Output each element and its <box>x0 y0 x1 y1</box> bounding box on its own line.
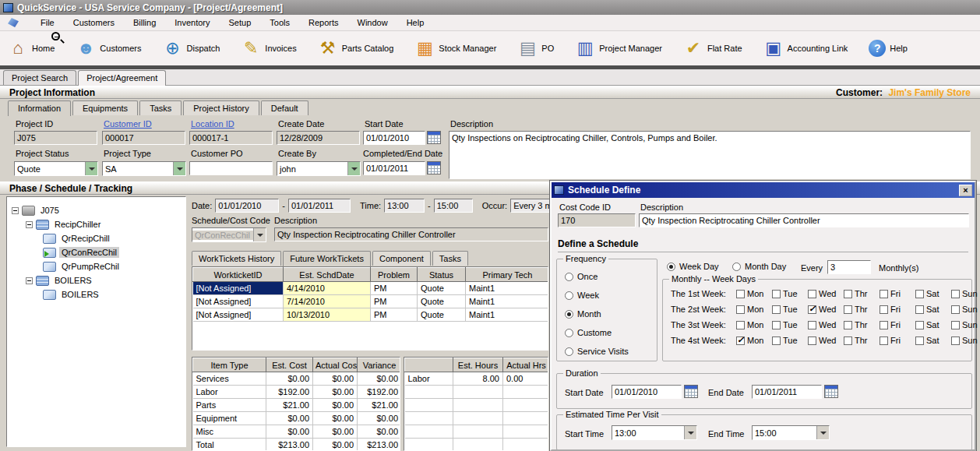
checkbox-week4-fri[interactable]: Fri <box>880 336 915 345</box>
toolbar-invoices-button[interactable]: ✎Invoices <box>241 39 296 58</box>
customer-name[interactable]: Jim's Family Store <box>888 87 971 98</box>
checkbox-week4-sat[interactable]: Sat <box>915 336 951 345</box>
menu-reports[interactable]: Reports <box>308 18 339 27</box>
completed-end-date-calendar-icon[interactable] <box>427 161 441 174</box>
project-description-field[interactable]: Qty Inspections on Reciptrocating Chille… <box>449 131 971 179</box>
tab-default[interactable]: Default <box>261 100 308 115</box>
toolbar-home-button[interactable]: ⌂Home <box>8 39 55 58</box>
checkbox-week4-wed[interactable]: Wed <box>808 336 844 345</box>
collapse-expander-icon[interactable] <box>26 277 33 284</box>
radio-service-visits[interactable]: Service Visits <box>565 347 629 356</box>
end-time-select[interactable]: 15:00 <box>752 425 830 440</box>
close-icon[interactable]: × <box>959 185 972 196</box>
tree-item-qrpumprechil[interactable]: QrPumpReChil <box>12 259 184 273</box>
checkbox-week3-thr[interactable]: Thr <box>844 320 880 329</box>
project-status-select[interactable]: Quote <box>14 161 98 176</box>
location-id-link[interactable]: Location ID <box>191 119 234 129</box>
toolbar-help-button[interactable]: ?Help <box>869 40 908 57</box>
toolbar-po-button[interactable]: ▤PO <box>517 39 554 58</box>
radio-month-day[interactable]: Month Day <box>732 262 786 271</box>
start-date-calendar-icon[interactable] <box>427 131 441 144</box>
tab-project-agreement[interactable]: Project/Agreement <box>78 70 166 86</box>
collapse-expander-icon[interactable] <box>12 207 19 214</box>
table-row[interactable]: Parts$21.00$0.00$21.00 <box>193 399 401 412</box>
tab-project-history[interactable]: Project History <box>183 100 259 115</box>
dialog-description-field[interactable]: Qty Inspection Reciptrocating Chiller Co… <box>639 213 969 227</box>
start-time-select[interactable]: 13:00 <box>612 425 697 440</box>
toolbar-accounting-link-button[interactable]: ▣Accounting Link <box>763 39 848 58</box>
tree-item-qrrecipchill[interactable]: QrRecipChill <box>12 231 184 245</box>
checkbox-week1-sun[interactable]: Sun <box>951 289 980 298</box>
project-type-select[interactable]: SA <box>102 161 186 176</box>
table-row[interactable]: Misc$0.00$0.00$0.00 <box>193 425 401 439</box>
radio-week[interactable]: Week <box>565 291 599 300</box>
checkbox-week2-mon[interactable]: Mon <box>736 305 772 314</box>
toolbar-project-manager-button[interactable]: ▥Project Manager <box>575 39 662 58</box>
radio-week-day[interactable]: Week Day <box>667 262 719 271</box>
checkbox-week1-thr[interactable]: Thr <box>844 289 880 298</box>
menu-setup[interactable]: Setup <box>229 18 252 27</box>
checkbox-week3-tue[interactable]: Tue <box>772 320 808 329</box>
checkbox-week2-thr[interactable]: Thr <box>844 305 880 314</box>
tree-item-root[interactable]: J075 <box>12 203 184 217</box>
menu-customers[interactable]: Customers <box>73 18 115 27</box>
checkbox-week2-sun[interactable]: Sun <box>951 305 980 314</box>
tab-information[interactable]: Information <box>8 100 71 116</box>
duration-start-calendar-icon[interactable] <box>684 385 698 398</box>
table-row[interactable]: Labor$192.00$0.00$192.00 <box>193 386 401 399</box>
table-row[interactable]: Total$213.00$0.00$213.00 <box>193 439 401 451</box>
checkbox-week1-mon[interactable]: Mon <box>736 289 772 298</box>
toolbar-dispatch-button[interactable]: ⊕Dispatch <box>163 39 220 58</box>
duration-end-date-field[interactable]: 01/01/2011 <box>752 385 822 399</box>
menu-tools[interactable]: Tools <box>270 18 290 27</box>
tab-tasks[interactable]: Tasks <box>432 251 468 266</box>
radio-once[interactable]: Once <box>565 272 598 281</box>
duration-end-calendar-icon[interactable] <box>824 385 838 398</box>
checkbox-week4-mon[interactable]: Mon <box>736 336 772 345</box>
checkbox-week4-sun[interactable]: Sun <box>951 336 980 345</box>
every-months-field[interactable]: 3 <box>827 260 871 274</box>
toolbar-parts-catalog-button[interactable]: ⚒Parts Catalog <box>318 39 394 58</box>
checkbox-week2-fri[interactable]: Fri <box>880 305 915 314</box>
tab-tasks[interactable]: Tasks <box>139 100 182 115</box>
customer-id-link[interactable]: Customer ID <box>104 119 152 129</box>
checkbox-week3-sat[interactable]: Sat <box>915 320 951 329</box>
table-row[interactable]: [Not Assigned] 10/13/2010 PM Quote Maint… <box>193 308 549 322</box>
table-row[interactable]: Equipment$0.00$0.00$0.00 <box>193 412 401 425</box>
checkbox-week4-thr[interactable]: Thr <box>844 336 880 345</box>
radio-month[interactable]: Month <box>565 309 601 319</box>
table-row[interactable]: Labor 8.00 0.00 <box>405 372 549 386</box>
start-date-field[interactable]: 01/01/2010 <box>363 131 425 145</box>
checkbox-week3-fri[interactable]: Fri <box>880 320 915 329</box>
tab-worktickets-history[interactable]: WorkTickets History <box>192 251 281 266</box>
checkbox-week1-wed[interactable]: Wed <box>808 289 844 298</box>
schedule-cost-code-select[interactable]: QrConRecChil <box>192 227 266 242</box>
table-row[interactable]: [Not Assigned] 4/14/2010 PM Quote Maint1 <box>193 282 549 295</box>
checkbox-week1-sat[interactable]: Sat <box>915 289 951 298</box>
checkbox-week3-mon[interactable]: Mon <box>736 320 772 329</box>
checkbox-week3-sun[interactable]: Sun <box>951 320 980 329</box>
tree-item-recipchiller[interactable]: RecipChiller <box>12 217 184 231</box>
checkbox-week2-sat[interactable]: Sat <box>915 305 951 314</box>
tree-item-boilers-group[interactable]: BOILERS <box>12 273 184 287</box>
checkbox-week2-tue[interactable]: Tue <box>772 305 808 314</box>
table-row[interactable]: [Not Assigned] 7/14/2010 PM Quote Maint1 <box>193 295 549 308</box>
duration-start-date-field[interactable]: 01/01/2010 <box>612 385 682 399</box>
menu-inventory[interactable]: Inventory <box>174 18 210 27</box>
customer-po-field[interactable] <box>189 161 273 175</box>
checkbox-week1-fri[interactable]: Fri <box>880 289 915 298</box>
tab-equipments[interactable]: Equipments <box>72 100 138 115</box>
toolbar-customers-button[interactable]: ☻Customers <box>76 39 141 58</box>
create-by-select[interactable]: john <box>277 161 361 176</box>
checkbox-week4-tue[interactable]: Tue <box>772 336 808 345</box>
collapse-expander-icon[interactable] <box>26 221 33 228</box>
tab-component[interactable]: Component <box>372 251 431 266</box>
menu-file[interactable]: File <box>41 18 55 27</box>
menu-billing[interactable]: Billing <box>133 18 156 27</box>
radio-custome[interactable]: Custome <box>565 328 612 337</box>
menu-window[interactable]: Window <box>358 18 388 27</box>
checkbox-week3-wed[interactable]: Wed <box>808 320 844 329</box>
tab-project-search[interactable]: Project Search <box>3 70 76 85</box>
table-row[interactable]: Services$0.00$0.00$0.00 <box>193 372 401 386</box>
tab-future-worktickets[interactable]: Future WorkTickets <box>283 251 371 266</box>
